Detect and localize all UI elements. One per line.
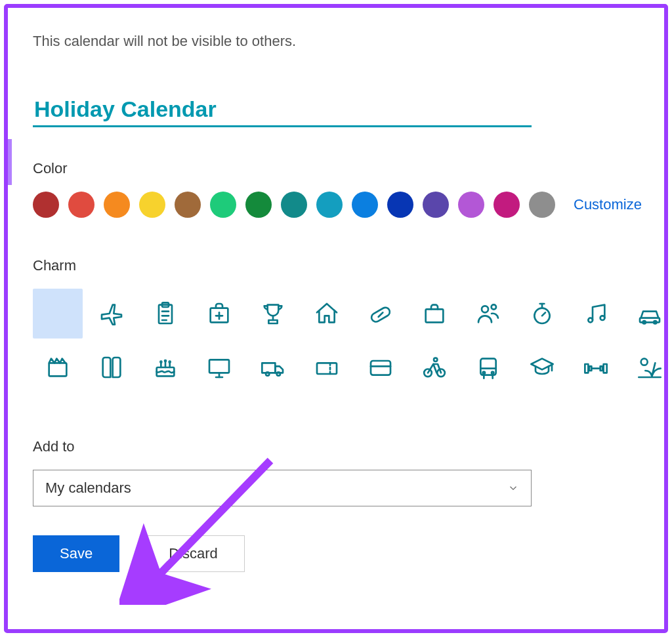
add-to-selected-value: My calendars — [45, 480, 131, 497]
charm-car-icon[interactable] — [625, 289, 672, 339]
charm-people-icon[interactable] — [463, 289, 513, 339]
svg-rect-11 — [426, 309, 444, 322]
charm-none-icon[interactable] — [33, 289, 83, 339]
color-swatch-4[interactable] — [175, 192, 201, 218]
charm-music-icon[interactable] — [571, 289, 621, 339]
charm-first-aid-icon[interactable] — [194, 289, 244, 339]
svg-point-12 — [482, 306, 488, 312]
color-swatch-12[interactable] — [458, 192, 484, 218]
charm-ticket-icon[interactable] — [302, 342, 352, 392]
calendar-name-input[interactable] — [33, 96, 532, 123]
svg-point-18 — [588, 318, 593, 323]
svg-rect-39 — [371, 361, 390, 375]
color-swatch-7[interactable] — [281, 192, 307, 218]
svg-point-28 — [160, 361, 161, 363]
discard-button[interactable]: Discard — [142, 535, 245, 572]
charm-monitor-icon[interactable] — [194, 342, 244, 392]
svg-line-15 — [542, 312, 545, 316]
charm-airplane-icon[interactable] — [87, 289, 136, 339]
svg-point-13 — [492, 304, 496, 309]
visibility-info-text: This calendar will not be visible to oth… — [33, 33, 639, 50]
charm-vacation-icon[interactable] — [625, 342, 672, 392]
svg-line-10 — [379, 312, 383, 317]
save-button[interactable]: Save — [33, 535, 119, 572]
charm-truck-icon[interactable] — [248, 342, 298, 392]
charm-dumbbell-icon[interactable] — [571, 342, 621, 392]
charm-book-icon[interactable] — [87, 342, 136, 392]
charm-credit-card-icon[interactable] — [356, 342, 406, 392]
svg-rect-31 — [209, 360, 229, 373]
svg-point-30 — [169, 361, 171, 363]
color-swatch-3[interactable] — [139, 192, 165, 218]
svg-rect-51 — [585, 364, 588, 373]
svg-rect-23 — [49, 363, 67, 376]
color-swatch-10[interactable] — [387, 192, 413, 218]
charm-grid — [33, 289, 639, 392]
color-swatch-14[interactable] — [529, 192, 555, 218]
color-swatch-row: Customize — [33, 192, 639, 218]
charm-graduation-icon[interactable] — [517, 342, 567, 392]
svg-point-29 — [165, 360, 166, 361]
svg-rect-37 — [317, 363, 337, 374]
svg-point-19 — [600, 316, 605, 320]
charm-bus-icon[interactable] — [463, 342, 513, 392]
add-to-select-wrap: My calendars — [33, 470, 532, 506]
calendar-name-field-wrap — [33, 96, 532, 127]
color-swatch-5[interactable] — [210, 192, 236, 218]
svg-rect-52 — [604, 364, 607, 373]
charm-section-label: Charm — [33, 257, 639, 274]
charm-home-icon[interactable] — [302, 289, 352, 339]
color-swatch-13[interactable] — [494, 192, 520, 218]
color-swatch-6[interactable] — [245, 192, 272, 218]
charm-stopwatch-icon[interactable] — [517, 289, 567, 339]
svg-point-36 — [277, 372, 280, 375]
svg-point-35 — [266, 372, 269, 375]
svg-point-46 — [483, 372, 485, 374]
color-swatch-2[interactable] — [104, 192, 130, 218]
dialog-button-row: Save Discard — [33, 535, 639, 572]
chevron-down-icon — [507, 482, 519, 494]
charm-movie-icon[interactable] — [33, 342, 83, 392]
add-to-section-label: Add to — [33, 438, 639, 455]
charm-bicycle-icon[interactable] — [410, 342, 459, 392]
color-swatch-11[interactable] — [423, 192, 449, 218]
svg-rect-34 — [262, 363, 275, 373]
charm-cake-icon[interactable] — [140, 342, 190, 392]
svg-point-47 — [492, 372, 494, 374]
color-swatch-9[interactable] — [352, 192, 378, 218]
charm-pill-icon[interactable] — [356, 289, 406, 339]
charm-trophy-icon[interactable] — [248, 289, 298, 339]
color-swatch-1[interactable] — [68, 192, 94, 218]
svg-point-56 — [641, 359, 648, 365]
svg-point-43 — [434, 358, 437, 361]
side-accent-decoration — [8, 139, 12, 185]
color-swatch-0[interactable] — [33, 192, 59, 218]
add-to-select[interactable]: My calendars — [33, 470, 532, 506]
color-section-label: Color — [33, 160, 639, 177]
color-swatch-8[interactable] — [316, 192, 343, 218]
charm-clipboard-icon[interactable] — [140, 289, 190, 339]
dialog-frame: This calendar will not be visible to oth… — [4, 4, 668, 633]
charm-briefcase-icon[interactable] — [410, 289, 459, 339]
customize-color-link[interactable]: Customize — [574, 196, 642, 213]
